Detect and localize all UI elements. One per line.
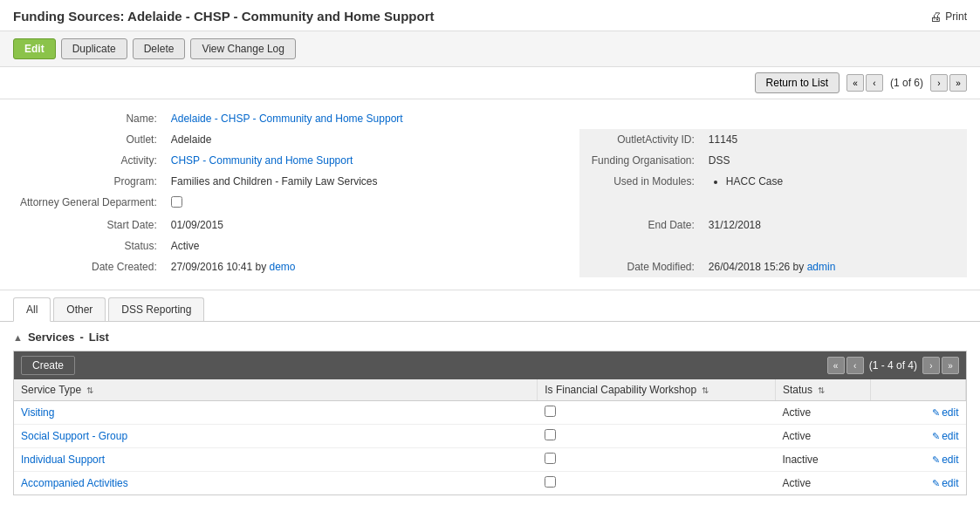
service-type-link[interactable]: Individual Support (21, 454, 105, 466)
pagination-prev-button[interactable]: ‹ (866, 74, 883, 92)
pagination-first-button[interactable]: « (846, 74, 864, 92)
edit-icon: ✎ (932, 407, 940, 418)
pagination: « ‹ (1 of 6) › » (846, 74, 967, 92)
toolbar: Edit Duplicate Delete View Change Log (0, 31, 980, 67)
program-label: Program: (13, 171, 164, 192)
tabs-section: All Other DSS Reporting (0, 297, 980, 322)
service-type-cell: Accompanied Activities (14, 472, 538, 495)
status-value: Active (164, 235, 579, 256)
workshop-checkbox[interactable] (545, 476, 556, 488)
date-modified-user-link[interactable]: admin (807, 261, 836, 273)
create-service-button[interactable]: Create (21, 356, 75, 375)
delete-button[interactable]: Delete (133, 38, 186, 59)
service-type-cell: Visiting (14, 401, 538, 425)
section-toggle-icon[interactable]: ▲ (13, 332, 23, 343)
sort-icon-workshop: ⇅ (702, 385, 709, 395)
tabs-container: All Other DSS Reporting (13, 297, 967, 321)
end-date-value: 31/12/2018 (702, 215, 967, 235)
edit-icon: ✎ (932, 431, 940, 441)
edit-link[interactable]: ✎edit (932, 430, 958, 442)
service-type-link[interactable]: Social Support - Group (21, 430, 127, 442)
activity-value: CHSP - Community and Home Support (164, 150, 579, 171)
services-table-wrapper: Create « ‹ (1 - 4 of 4) › » Service Type… (13, 351, 967, 495)
tab-dss-reporting[interactable]: DSS Reporting (108, 297, 204, 321)
outlet-activity-id-label: OutletActivity ID: (579, 129, 702, 150)
workshop-checkbox[interactable] (545, 453, 556, 464)
date-modified-value: 26/04/2018 15:26 by admin (702, 256, 967, 277)
pagination-next-button[interactable]: › (930, 74, 948, 92)
service-type-link[interactable]: Visiting (21, 406, 54, 419)
program-row: Program: Families and Children - Family … (13, 171, 967, 192)
view-change-log-button[interactable]: View Change Log (190, 38, 296, 59)
print-label: Print (945, 10, 967, 23)
date-modified-label: Date Modified: (579, 256, 702, 277)
print-icon: 🖨 (929, 10, 942, 24)
services-title: Services (28, 331, 75, 344)
program-value: Families and Children - Family Law Servi… (164, 171, 579, 192)
services-pag-info: (1 - 4 of 4) (869, 359, 917, 372)
duplicate-button[interactable]: Duplicate (61, 38, 127, 59)
col-header-financial-capability[interactable]: Is Financial Capability Workshop ⇅ (538, 379, 776, 401)
print-link[interactable]: 🖨 Print (929, 10, 967, 24)
outlet-activity-id-value: 11145 (702, 129, 967, 150)
table-row: Visiting Active ✎edit (14, 401, 966, 425)
attorney-general-checkbox[interactable] (171, 196, 182, 208)
pagination-info: (1 of 6) (885, 77, 929, 89)
edit-cell: ✎edit (870, 425, 965, 448)
service-type-link[interactable]: Accompanied Activities (21, 477, 128, 489)
services-data-table: Service Type ⇅ Is Financial Capability W… (14, 379, 966, 494)
col-header-status[interactable]: Status ⇅ (775, 379, 870, 401)
activity-link[interactable]: CHSP - Community and Home Support (171, 154, 353, 167)
activity-row: Activity: CHSP - Community and Home Supp… (13, 150, 967, 171)
outlet-row: Outlet: Adelaide OutletActivity ID: 1114… (13, 129, 967, 150)
workshop-checkbox-cell (538, 448, 776, 472)
date-created-row: Date Created: 27/09/2016 10:41 by demo D… (13, 256, 967, 277)
services-section: ▲ Services - List Create « ‹ (1 - 4 of 4… (0, 322, 980, 504)
services-pag-next[interactable]: › (922, 357, 940, 374)
outlet-value: Adelaide (164, 129, 579, 150)
section-header: ▲ Services - List (13, 331, 967, 344)
name-link[interactable]: Adelaide - CHSP - Community and Home Sup… (171, 113, 403, 125)
table-row: Individual Support Inactive ✎edit (14, 448, 966, 472)
services-pag-last[interactable]: » (942, 357, 959, 374)
separator (0, 290, 980, 290)
activity-label: Activity: (13, 150, 164, 171)
col-header-service-type[interactable]: Service Type ⇅ (14, 379, 538, 401)
attorney-general-value (164, 192, 579, 215)
workshop-checkbox[interactable] (545, 406, 556, 417)
return-to-list-button[interactable]: Return to List (755, 72, 840, 93)
workshop-checkbox-cell (538, 472, 776, 495)
sort-icon-status: ⇅ (818, 385, 825, 395)
detail-table: Name: Adelaide - CHSP - Community and Ho… (13, 108, 967, 277)
sort-icon-service: ⇅ (86, 385, 93, 395)
edit-link[interactable]: ✎edit (932, 477, 958, 489)
status-cell: Active (775, 472, 870, 495)
edit-button[interactable]: Edit (13, 38, 56, 59)
pagination-last-button[interactable]: » (949, 74, 967, 92)
dates-row: Start Date: 01/09/2015 End Date: 31/12/2… (13, 215, 967, 235)
tab-all[interactable]: All (13, 297, 51, 322)
date-created-user-link[interactable]: demo (270, 261, 296, 273)
funding-org-label: Funding Organisation: (579, 150, 702, 171)
name-row: Name: Adelaide - CHSP - Community and Ho… (13, 108, 967, 129)
services-pag-prev[interactable]: ‹ (846, 357, 864, 374)
nav-bar: Return to List « ‹ (1 of 6) › » (0, 67, 980, 99)
workshop-checkbox[interactable] (545, 429, 556, 440)
used-in-modules-value: HACC Case (702, 171, 967, 192)
detail-section: Name: Adelaide - CHSP - Community and Ho… (0, 99, 980, 286)
start-date-value: 01/09/2015 (164, 215, 579, 235)
workshop-checkbox-cell (538, 401, 776, 425)
edit-link[interactable]: ✎edit (932, 454, 958, 466)
status-label: Status: (13, 235, 164, 256)
edit-icon: ✎ (932, 454, 940, 465)
services-list-dash: - (79, 331, 83, 344)
services-pag-first[interactable]: « (827, 357, 845, 374)
edit-icon: ✎ (932, 478, 940, 488)
tab-other[interactable]: Other (53, 297, 106, 321)
date-created-label: Date Created: (13, 256, 164, 277)
edit-cell: ✎edit (870, 448, 965, 472)
name-value: Adelaide - CHSP - Community and Home Sup… (164, 108, 967, 129)
edit-link[interactable]: ✎edit (932, 406, 958, 419)
services-pagination: « ‹ (1 - 4 of 4) › » (827, 357, 959, 374)
table-header: Service Type ⇅ Is Financial Capability W… (14, 379, 966, 401)
